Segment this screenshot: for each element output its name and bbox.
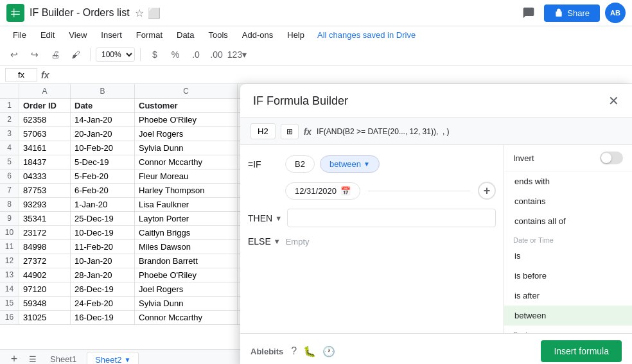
cell-b[interactable]: 25-Dec-19	[71, 212, 135, 225]
cell-b[interactable]: 14-Jan-20	[71, 113, 135, 126]
cell-reference[interactable]: fx	[5, 68, 37, 82]
then-arrow[interactable]: ▼	[275, 214, 282, 222]
dropdown-item-ends-with[interactable]: ends with	[504, 171, 632, 191]
cell-c[interactable]: Connor Mccarthy	[135, 311, 238, 324]
grid-icon[interactable]: ⊞	[281, 124, 299, 139]
help-icon[interactable]: ?	[291, 345, 297, 357]
cell-a[interactable]: 44902	[19, 268, 71, 282]
then-input[interactable]	[287, 209, 496, 227]
cell-c[interactable]: Harley Thompson	[135, 184, 238, 197]
bug-icon[interactable]: 🐛	[303, 345, 316, 358]
cell-b[interactable]: 10-Dec-19	[71, 226, 135, 239]
cell-1-b[interactable]: Date	[71, 99, 135, 112]
cell-b[interactable]: 10-Feb-20	[71, 141, 135, 155]
cell-a[interactable]: 57063	[19, 127, 71, 141]
cell-1-c[interactable]: Customer	[135, 99, 238, 112]
menu-insert[interactable]: Insert	[94, 28, 128, 42]
cell-b[interactable]: 6-Feb-20	[71, 184, 135, 197]
cell-a[interactable]: 23172	[19, 226, 71, 239]
cell-b[interactable]: 16-Dec-19	[71, 311, 135, 324]
sheet-tab-2[interactable]: Sheet2 ▼	[87, 352, 139, 365]
menu-file[interactable]: File	[6, 28, 33, 42]
star-icon[interactable]: ☆	[135, 7, 144, 19]
dropdown-item-contains-all-of[interactable]: contains all of	[504, 211, 632, 231]
cell-c[interactable]: Miles Dawson	[135, 240, 238, 254]
menu-addons[interactable]: Add-ons	[236, 28, 279, 42]
decimal-inc-button[interactable]: .00	[207, 46, 225, 64]
between-chip[interactable]: between ▼	[320, 155, 380, 173]
sheets-list-button[interactable]: ☰	[26, 352, 40, 365]
cell-c[interactable]: Fleur Moreau	[135, 169, 238, 183]
cell-b[interactable]: 24-Feb-20	[71, 297, 135, 310]
dropdown-item-contains[interactable]: contains	[504, 191, 632, 211]
menu-view[interactable]: View	[62, 28, 93, 42]
cell-c[interactable]: Lisa Faulkner	[135, 198, 238, 211]
redo-button[interactable]: ↪	[26, 46, 44, 64]
chat-icon[interactable]	[518, 3, 539, 23]
dropdown-item-between[interactable]: between	[504, 306, 632, 325]
folder-icon[interactable]: ⬜	[148, 7, 161, 19]
cell-c[interactable]: Caitlyn Briggs	[135, 226, 238, 239]
currency-button[interactable]: $	[146, 46, 164, 64]
else-arrow[interactable]: ▼	[274, 238, 281, 245]
cell-a[interactable]: 84998	[19, 240, 71, 254]
cell-c[interactable]: Joel Rogers	[135, 127, 238, 141]
decimal-dec-button[interactable]: .0	[187, 46, 205, 64]
cell-b[interactable]: 26-Dec-19	[71, 282, 135, 296]
cell-a[interactable]: 87753	[19, 184, 71, 197]
undo-button[interactable]: ↩	[5, 46, 23, 64]
cell-a[interactable]: 27372	[19, 254, 71, 268]
add-condition-button[interactable]: +	[478, 182, 496, 200]
menu-help[interactable]: Help	[281, 28, 311, 42]
cell-a[interactable]: 31025	[19, 311, 71, 324]
panel-cell-ref[interactable]: H2	[250, 123, 276, 139]
menu-data[interactable]: Data	[170, 28, 200, 42]
row-num: 2	[0, 113, 19, 126]
paint-format-button[interactable]: 🖌	[67, 46, 85, 64]
cell-a[interactable]: 35341	[19, 212, 71, 225]
avatar[interactable]: AB	[605, 3, 626, 23]
history-icon[interactable]: 🕐	[322, 345, 335, 358]
cell-c[interactable]: Joel Rogers	[135, 282, 238, 296]
cell-c[interactable]: Layton Porter	[135, 212, 238, 225]
add-sheet-button[interactable]: +	[5, 352, 23, 365]
percent-button[interactable]: %	[166, 46, 184, 64]
cell-a[interactable]: 18437	[19, 155, 71, 169]
cell-b[interactable]: 28-Jan-20	[71, 268, 135, 282]
cell-b[interactable]: 20-Jan-20	[71, 127, 135, 141]
menu-edit[interactable]: Edit	[34, 28, 61, 42]
cell-1-a[interactable]: Order ID	[19, 99, 71, 112]
invert-toggle[interactable]	[600, 152, 623, 164]
close-icon[interactable]: ✕	[608, 93, 619, 108]
cell-a[interactable]: 34161	[19, 141, 71, 155]
dropdown-item-is-before[interactable]: is before	[504, 266, 632, 286]
cell-c[interactable]: Connor Mccarthy	[135, 155, 238, 169]
dropdown-item-is-after[interactable]: is after	[504, 286, 632, 306]
cell-c[interactable]: Sylvia Dunn	[135, 141, 238, 155]
sheet-tab-1[interactable]: Sheet1	[42, 352, 84, 364]
cell-a[interactable]: 62358	[19, 113, 71, 126]
cell-c[interactable]: Sylvia Dunn	[135, 297, 238, 310]
cell-b[interactable]: 5-Dec-19	[71, 155, 135, 169]
cell-a[interactable]: 97120	[19, 282, 71, 296]
cell-a[interactable]: 93293	[19, 198, 71, 211]
cell-a[interactable]: 59348	[19, 297, 71, 310]
date-chip[interactable]: 12/31/2020 📅	[285, 182, 360, 200]
cell-b[interactable]: 1-Jan-20	[71, 198, 135, 211]
cell-b[interactable]: 11-Feb-20	[71, 240, 135, 254]
cell-c[interactable]: Phoebe O'Riley	[135, 268, 238, 282]
cell-b2-chip[interactable]: B2	[285, 155, 315, 173]
cell-c[interactable]: Phoebe O'Riley	[135, 113, 238, 126]
cell-c[interactable]: Brandon Barrett	[135, 254, 238, 268]
cell-a[interactable]: 04333	[19, 169, 71, 183]
menu-format[interactable]: Format	[130, 28, 169, 42]
zoom-select[interactable]: 100%	[96, 48, 135, 62]
cell-b[interactable]: 5-Feb-20	[71, 169, 135, 183]
print-button[interactable]: 🖨	[46, 46, 64, 64]
insert-formula-button[interactable]: Insert formula	[541, 340, 622, 362]
dropdown-item-is[interactable]: is	[504, 246, 632, 266]
menu-tools[interactable]: Tools	[202, 28, 234, 42]
share-button[interactable]: Share	[544, 4, 600, 22]
format-123-button[interactable]: 123▾	[228, 46, 246, 64]
cell-b[interactable]: 10-Jan-20	[71, 254, 135, 268]
